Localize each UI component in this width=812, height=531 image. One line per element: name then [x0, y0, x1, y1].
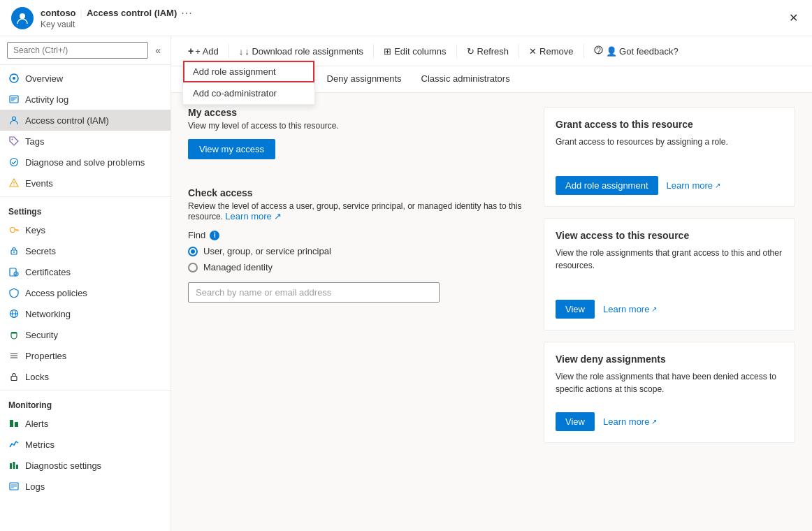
sidebar-item-overview[interactable]: Overview: [0, 68, 171, 89]
dropdown-add-co-administrator[interactable]: Add co-administrator: [183, 82, 314, 104]
view-deny-learn-more-link[interactable]: Learn more ↗: [603, 416, 657, 427]
ellipsis-button[interactable]: ···: [181, 7, 192, 20]
find-info-icon[interactable]: i: [210, 231, 219, 240]
add-button-label: + Add: [195, 46, 219, 57]
sidebar-item-metrics-label: Metrics: [25, 439, 55, 450]
refresh-button[interactable]: ↻ Refresh: [461, 43, 515, 60]
page-title: Access control (IAM): [87, 8, 177, 18]
overview-icon: [8, 73, 20, 84]
grant-access-card-desc: Grant access to resources by assigning a…: [556, 136, 783, 148]
left-panel: My access View my level of access to thi…: [188, 107, 527, 517]
tab-classic-administrators[interactable]: Classic administrators: [412, 66, 520, 92]
radio-managed-identity-dot: [188, 263, 198, 272]
sidebar-item-certificates[interactable]: Certificates: [0, 261, 171, 282]
add-role-assignment-label: Add role assignment: [193, 66, 276, 77]
dropdown-add-role-assignment[interactable]: Add role assignment: [183, 61, 314, 82]
settings-section-label: Settings: [0, 200, 171, 219]
remove-button[interactable]: ✕ Remove: [523, 43, 579, 60]
svg-rect-31: [10, 420, 13, 427]
sidebar-item-events[interactable]: Events: [0, 173, 171, 194]
add-button[interactable]: + + Add: [182, 42, 224, 60]
edit-columns-button[interactable]: ⊞ Edit columns: [378, 43, 451, 60]
sidebar-item-logs-label: Logs: [25, 481, 45, 492]
view-access-card-title: View access to this resource: [556, 230, 783, 241]
sidebar-item-certificates-label: Certificates: [25, 267, 71, 277]
radio-user-group[interactable]: User, group, or service principal: [188, 246, 527, 256]
tab-classic-administrators-label: Classic administrators: [421, 73, 510, 84]
header-title-group: contoso | Access control (IAM) ··· Key v…: [41, 7, 779, 29]
header-title: contoso | Access control (IAM) ···: [41, 7, 779, 20]
sidebar-item-keys-label: Keys: [25, 225, 45, 235]
close-button[interactable]: ✕: [786, 8, 801, 27]
grant-access-card-footer: Add role assignment Learn more ↗: [556, 176, 783, 195]
grant-access-card: Grant access to this resource Grant acce…: [544, 107, 795, 207]
sidebar-nav: Overview Activity log Access control (IA…: [0, 65, 171, 500]
view-access-button[interactable]: View: [556, 300, 595, 319]
content-body: My access View my level of access to thi…: [171, 93, 812, 531]
access-policies-icon: [8, 287, 20, 298]
activity-log-icon: [8, 94, 20, 105]
svg-point-2: [13, 77, 15, 80]
download-label: ↓ Download role assignments: [245, 46, 363, 57]
monitoring-section-label: Monitoring: [0, 393, 171, 413]
sidebar-item-access-policies[interactable]: Access policies: [0, 282, 171, 303]
sidebar-item-activity-log[interactable]: Activity log: [0, 89, 171, 110]
keys-icon: [8, 224, 20, 235]
check-access-learn-more-link[interactable]: Learn more ↗: [225, 211, 282, 221]
my-access-title: My access: [188, 107, 527, 118]
view-deny-card-desc: View the role assignments that have been…: [556, 370, 783, 395]
networking-icon: [8, 308, 20, 319]
find-label: Find: [188, 230, 205, 240]
edit-columns-label: Edit columns: [394, 46, 446, 57]
view-access-learn-more-link[interactable]: Learn more ↗: [603, 304, 657, 314]
refresh-icon: ↻: [467, 46, 474, 57]
security-icon: [8, 329, 20, 340]
download-role-assignments-button[interactable]: ↓ ↓ Download role assignments: [233, 43, 369, 60]
view-access-card: View access to this resource View the ro…: [544, 218, 795, 330]
grant-access-learn-more-link[interactable]: Learn more ↗: [667, 180, 720, 191]
sidebar-item-tags[interactable]: Tags: [0, 131, 171, 152]
locks-icon: [8, 371, 20, 382]
alerts-icon: [8, 418, 20, 429]
content-area: + + Add Add role assignment Add co-admin…: [171, 36, 812, 531]
svg-point-40: [597, 52, 598, 53]
sidebar-item-security[interactable]: Security: [0, 324, 171, 345]
view-my-access-button[interactable]: View my access: [188, 139, 275, 159]
top-header: contoso | Access control (IAM) ··· Key v…: [0, 0, 812, 36]
add-dropdown-menu: Add role assignment Add co-administrator: [182, 60, 315, 105]
svg-point-13: [10, 228, 15, 233]
sidebar-item-iam-label: Access control (IAM): [25, 115, 109, 126]
toolbar: + + Add Add role assignment Add co-admin…: [171, 36, 812, 66]
sidebar-item-secrets[interactable]: Secrets: [0, 240, 171, 261]
sidebar-item-locks[interactable]: Locks: [0, 366, 171, 387]
tab-deny-assignments[interactable]: Deny assignments: [317, 66, 412, 92]
sidebar-item-networking[interactable]: Networking: [0, 303, 171, 324]
sidebar-item-properties[interactable]: Properties: [0, 345, 171, 366]
view-deny-button[interactable]: View: [556, 412, 595, 431]
sidebar-item-metrics[interactable]: Metrics: [0, 434, 171, 455]
svg-point-0: [20, 13, 25, 19]
header-avatar: [11, 7, 34, 29]
feedback-button[interactable]: 👤 Got feedback?: [588, 42, 684, 60]
toolbar-sep-4: [519, 44, 519, 58]
sidebar-item-alerts[interactable]: Alerts: [0, 413, 171, 434]
grant-access-add-role-button[interactable]: Add role assignment: [556, 176, 658, 195]
events-icon: [8, 177, 20, 189]
check-access-section: Check access Review the level of access …: [188, 187, 527, 303]
sidebar-collapse-button[interactable]: «: [152, 42, 164, 59]
sidebar-item-diagnostic-settings[interactable]: Diagnostic settings: [0, 455, 171, 476]
sidebar-item-security-label: Security: [25, 330, 58, 340]
sidebar-item-diagnose[interactable]: Diagnose and solve problems: [0, 152, 171, 173]
sidebar-item-keys[interactable]: Keys: [0, 219, 171, 240]
check-access-search-input[interactable]: [188, 282, 440, 303]
sidebar-item-access-control[interactable]: Access control (IAM): [0, 110, 171, 131]
radio-managed-identity[interactable]: Managed identity: [188, 262, 527, 272]
settings-divider: [0, 196, 171, 197]
search-input[interactable]: [7, 42, 148, 59]
feedback-label: 👤 Got feedback?: [606, 46, 679, 57]
sidebar-item-logs[interactable]: Logs: [0, 476, 171, 497]
view-deny-learn-more-text: Learn more: [603, 416, 649, 427]
grant-access-external-icon: ↗: [715, 182, 720, 189]
logs-icon: [8, 481, 20, 492]
sidebar-item-diagnose-label: Diagnose and solve problems: [25, 157, 145, 168]
